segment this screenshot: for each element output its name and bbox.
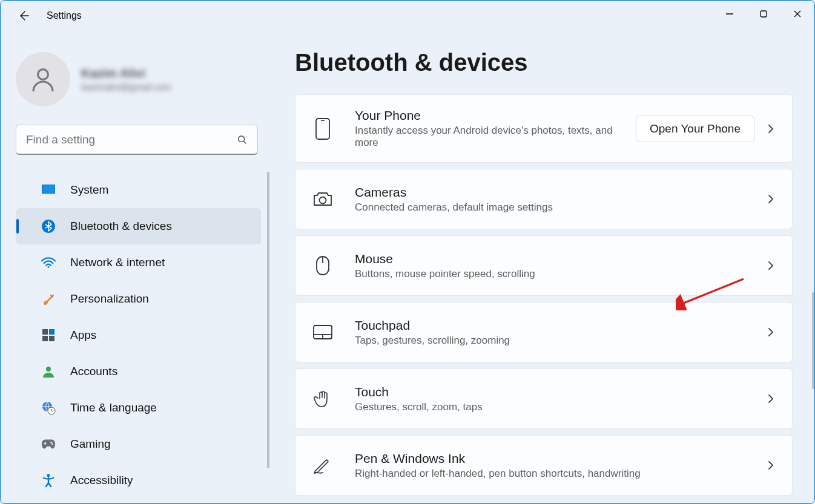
card-title: Pen & Windows Ink: [355, 451, 754, 466]
card-title: Cameras: [355, 185, 754, 200]
sidebar: Kazim Alivi kazimalivi@gmail.com System …: [1, 31, 273, 503]
card-desc: Gestures, scroll, zoom, taps: [355, 401, 754, 413]
search-icon: [237, 134, 248, 145]
gamepad-icon: [41, 437, 56, 451]
minimize-icon: [725, 10, 734, 18]
accessibility-icon: [41, 473, 56, 488]
chevron-right-icon: [765, 194, 776, 205]
close-button[interactable]: [780, 1, 814, 27]
monitor-icon: [41, 183, 56, 197]
page-title: Bluetooth & devices: [295, 49, 793, 76]
chevron-right-icon: [765, 123, 776, 134]
wifi-icon: [41, 255, 56, 270]
chevron-right-icon: [765, 260, 776, 271]
open-your-phone-button[interactable]: Open Your Phone: [636, 116, 754, 142]
sidebar-item-label: Apps: [70, 329, 96, 342]
card-cameras[interactable]: Cameras Connected cameras, default image…: [295, 169, 793, 229]
sidebar-item-label: Time & language: [70, 401, 157, 414]
svg-point-8: [48, 266, 50, 268]
sidebar-item-apps[interactable]: Apps: [16, 317, 261, 353]
main-scrollbar[interactable]: [812, 292, 814, 389]
sidebar-item-time[interactable]: Time & language: [16, 390, 261, 426]
card-title: Mouse: [355, 252, 754, 266]
search-box[interactable]: [16, 125, 258, 155]
sidebar-item-label: Bluetooth & devices: [70, 220, 172, 233]
apps-icon: [41, 328, 56, 342]
sidebar-item-accessibility[interactable]: Accessibility: [16, 462, 261, 499]
sidebar-item-label: Network & internet: [70, 256, 165, 269]
chevron-right-icon: [765, 460, 776, 471]
svg-point-2: [38, 70, 48, 80]
nav-list: System Bluetooth & devices Network & int…: [1, 172, 273, 499]
svg-point-17: [51, 443, 53, 445]
sidebar-item-label: Personalization: [70, 292, 149, 306]
touchpad-icon: [311, 321, 334, 344]
person-icon: [28, 65, 58, 94]
card-desc: Instantly access your Android device's p…: [355, 125, 625, 149]
svg-point-18: [47, 474, 50, 477]
svg-rect-6: [42, 185, 54, 193]
sidebar-scrollbar[interactable]: [267, 172, 269, 468]
back-arrow-icon: [18, 10, 30, 22]
globe-clock-icon: [41, 401, 56, 415]
search-input[interactable]: [26, 133, 237, 146]
back-button[interactable]: [12, 4, 36, 28]
pen-icon: [311, 454, 334, 477]
card-title: Your Phone: [355, 108, 625, 123]
bluetooth-icon: [41, 219, 56, 234]
svg-rect-19: [316, 119, 329, 139]
svg-rect-12: [49, 336, 54, 341]
brush-icon: [41, 292, 56, 306]
svg-point-13: [46, 367, 51, 371]
maximize-icon: [759, 10, 768, 18]
card-desc: Right-handed or left-handed, pen button …: [355, 468, 754, 480]
sidebar-item-accounts[interactable]: Accounts: [16, 353, 261, 390]
profile-block[interactable]: Kazim Alivi kazimalivi@gmail.com: [1, 52, 273, 106]
svg-point-3: [239, 136, 245, 142]
sidebar-item-label: Accessibility: [70, 474, 133, 487]
mouse-icon: [311, 254, 334, 277]
avatar: [16, 52, 70, 106]
settings-cards: Your Phone Instantly access your Android…: [295, 94, 793, 496]
profile-name: Kazim Alivi: [81, 67, 171, 80]
chevron-right-icon: [765, 327, 776, 338]
svg-point-21: [320, 197, 326, 204]
card-title: Touchpad: [355, 318, 754, 333]
card-touchpad[interactable]: Touchpad Taps, gestures, scrolling, zoom…: [295, 302, 793, 362]
maximize-button[interactable]: [747, 1, 780, 27]
svg-rect-11: [42, 336, 48, 341]
phone-icon: [311, 117, 334, 140]
svg-rect-10: [49, 329, 54, 335]
card-desc: Connected cameras, default image setting…: [355, 201, 754, 214]
card-your-phone[interactable]: Your Phone Instantly access your Android…: [295, 94, 793, 163]
sidebar-item-system[interactable]: System: [16, 172, 261, 208]
card-pen[interactable]: Pen & Windows Ink Right-handed or left-h…: [295, 435, 793, 496]
chevron-right-icon: [765, 393, 776, 404]
close-icon: [793, 10, 802, 18]
card-touch[interactable]: Touch Gestures, scroll, zoom, taps: [295, 368, 793, 429]
main-content: Bluetooth & devices Your Phone Instantly…: [273, 31, 814, 503]
touch-hand-icon: [311, 387, 334, 410]
svg-line-4: [244, 141, 246, 143]
account-icon: [41, 364, 56, 379]
title-bar: Settings: [1, 1, 814, 31]
window-controls: [713, 1, 814, 27]
card-desc: Buttons, mouse pointer speed, scrolling: [355, 268, 754, 280]
card-mouse[interactable]: Mouse Buttons, mouse pointer speed, scro…: [295, 235, 793, 296]
profile-email: kazimalivi@gmail.com: [81, 82, 171, 92]
sidebar-item-bluetooth[interactable]: Bluetooth & devices: [16, 208, 261, 244]
minimize-button[interactable]: [713, 1, 747, 27]
sidebar-item-label: Gaming: [70, 437, 111, 451]
app-title: Settings: [47, 10, 82, 21]
camera-icon: [311, 188, 334, 211]
sidebar-item-network[interactable]: Network & internet: [16, 244, 261, 281]
card-desc: Taps, gestures, scrolling, zooming: [355, 335, 754, 347]
svg-rect-1: [761, 11, 767, 17]
card-title: Touch: [355, 385, 754, 399]
sidebar-item-personalization[interactable]: Personalization: [16, 281, 261, 317]
sidebar-item-gaming[interactable]: Gaming: [16, 426, 261, 462]
svg-point-16: [50, 442, 51, 443]
sidebar-item-label: Accounts: [70, 365, 117, 378]
sidebar-item-label: System: [70, 183, 108, 197]
svg-rect-9: [42, 329, 48, 335]
